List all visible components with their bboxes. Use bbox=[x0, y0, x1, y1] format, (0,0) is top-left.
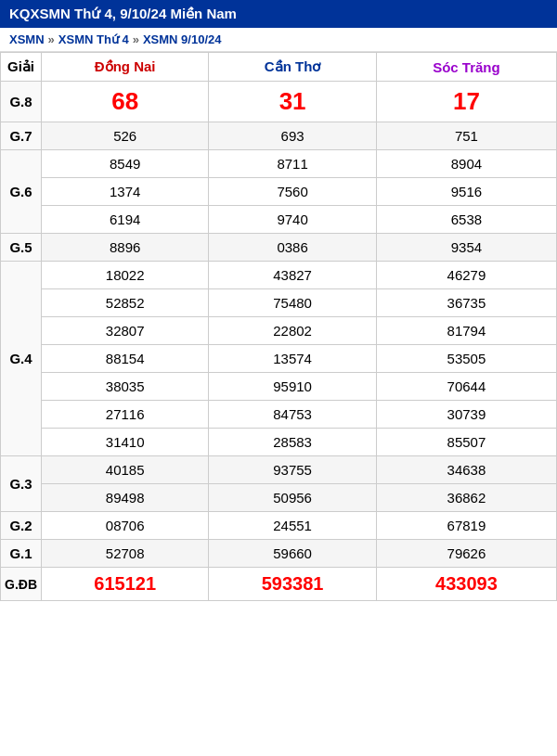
value-soc-trang: 30739 bbox=[376, 401, 556, 429]
table-row: G.8 68 31 17 bbox=[1, 82, 557, 122]
header-title: KQXSMN Thứ 4, 9/10/24 Miền Nam bbox=[9, 6, 237, 21]
value-can-tho: 7560 bbox=[209, 178, 376, 206]
value-soc-trang: 17 bbox=[376, 82, 556, 122]
breadcrumb-xsmn[interactable]: XSMN bbox=[9, 32, 45, 46]
value-can-tho: 13574 bbox=[209, 345, 376, 373]
table-row: G.6 8549 8711 8904 bbox=[1, 150, 557, 178]
value-can-tho: 8711 bbox=[209, 150, 376, 178]
table-row: G.2 08706 24551 67819 bbox=[1, 512, 557, 540]
value-can-tho: 593381 bbox=[209, 568, 376, 601]
col-dong-nai: Đồng Nai bbox=[42, 53, 209, 82]
table-row: G.5 8896 0386 9354 bbox=[1, 234, 557, 262]
giai-label: G.ĐB bbox=[1, 568, 42, 601]
value-soc-trang: 70644 bbox=[376, 373, 556, 401]
value-dong-nai: 32807 bbox=[42, 317, 209, 345]
value-can-tho: 693 bbox=[209, 122, 376, 150]
value-dong-nai: 6194 bbox=[42, 206, 209, 234]
table-row-gdb: G.ĐB 615121 593381 433093 bbox=[1, 568, 557, 601]
table-row: 31410 28583 85507 bbox=[1, 429, 557, 456]
breadcrumb: XSMN » XSMN Thứ 4 » XSMN 9/10/24 bbox=[0, 28, 557, 52]
table-row: 27116 84753 30739 bbox=[1, 401, 557, 429]
value-can-tho: 31 bbox=[209, 82, 376, 122]
value-soc-trang: 67819 bbox=[376, 512, 556, 540]
table-row: G.3 40185 93755 34638 bbox=[1, 456, 557, 484]
header-top: KQXSMN Thứ 4, 9/10/24 Miền Nam bbox=[0, 0, 557, 28]
value-soc-trang: 81794 bbox=[376, 317, 556, 345]
value-dong-nai: 27116 bbox=[42, 401, 209, 429]
value-can-tho: 0386 bbox=[209, 234, 376, 262]
value-dong-nai: 40185 bbox=[42, 456, 209, 484]
value-can-tho: 93755 bbox=[209, 456, 376, 484]
value-dong-nai: 615121 bbox=[42, 568, 209, 601]
value-soc-trang: 9354 bbox=[376, 234, 556, 262]
value-can-tho: 28583 bbox=[209, 429, 376, 456]
value-can-tho: 22802 bbox=[209, 317, 376, 345]
value-dong-nai: 38035 bbox=[42, 373, 209, 401]
value-soc-trang: 9516 bbox=[376, 178, 556, 206]
value-can-tho: 75480 bbox=[209, 289, 376, 317]
breadcrumb-xsmn-thu4[interactable]: XSMN Thứ 4 bbox=[58, 32, 129, 46]
value-dong-nai: 52708 bbox=[42, 540, 209, 568]
value-soc-trang: 34638 bbox=[376, 456, 556, 484]
giai-label: G.1 bbox=[1, 540, 42, 568]
value-soc-trang: 433093 bbox=[376, 568, 556, 601]
value-can-tho: 84753 bbox=[209, 401, 376, 429]
table-row: 1374 7560 9516 bbox=[1, 178, 557, 206]
value-can-tho: 9740 bbox=[209, 206, 376, 234]
table-header: Giải Đồng Nai Cần Thơ Sóc Trăng bbox=[1, 53, 557, 82]
breadcrumb-xsmn-date[interactable]: XSMN 9/10/24 bbox=[143, 32, 222, 46]
value-dong-nai: 68 bbox=[42, 82, 209, 122]
table-row: 6194 9740 6538 bbox=[1, 206, 557, 234]
value-can-tho: 43827 bbox=[209, 262, 376, 289]
value-soc-trang: 751 bbox=[376, 122, 556, 150]
table-row: 89498 50956 36862 bbox=[1, 484, 557, 512]
giai-label: G.8 bbox=[1, 82, 42, 122]
value-soc-trang: 36735 bbox=[376, 289, 556, 317]
value-dong-nai: 8549 bbox=[42, 150, 209, 178]
value-dong-nai: 88154 bbox=[42, 345, 209, 373]
value-dong-nai: 08706 bbox=[42, 512, 209, 540]
giai-label: G.6 bbox=[1, 150, 42, 234]
value-soc-trang: 6538 bbox=[376, 206, 556, 234]
table-row: 32807 22802 81794 bbox=[1, 317, 557, 345]
value-soc-trang: 79626 bbox=[376, 540, 556, 568]
table-row: G.4 18022 43827 46279 bbox=[1, 262, 557, 289]
col-can-tho: Cần Thơ bbox=[209, 53, 376, 82]
giai-label: G.5 bbox=[1, 234, 42, 262]
value-soc-trang: 85507 bbox=[376, 429, 556, 456]
value-soc-trang: 8904 bbox=[376, 150, 556, 178]
giai-label: G.2 bbox=[1, 512, 42, 540]
value-dong-nai: 1374 bbox=[42, 178, 209, 206]
giai-label: G.7 bbox=[1, 122, 42, 150]
value-soc-trang: 53505 bbox=[376, 345, 556, 373]
table-row: G.1 52708 59660 79626 bbox=[1, 540, 557, 568]
value-soc-trang: 36862 bbox=[376, 484, 556, 512]
col-soc-trang: Sóc Trăng bbox=[376, 53, 556, 82]
value-dong-nai: 526 bbox=[42, 122, 209, 150]
value-dong-nai: 31410 bbox=[42, 429, 209, 456]
table-row: 88154 13574 53505 bbox=[1, 345, 557, 373]
value-can-tho: 24551 bbox=[209, 512, 376, 540]
value-can-tho: 59660 bbox=[209, 540, 376, 568]
value-dong-nai: 89498 bbox=[42, 484, 209, 512]
value-can-tho: 95910 bbox=[209, 373, 376, 401]
table-row: 52852 75480 36735 bbox=[1, 289, 557, 317]
giai-label: G.3 bbox=[1, 456, 42, 512]
table-row: G.7 526 693 751 bbox=[1, 122, 557, 150]
table-row: 38035 95910 70644 bbox=[1, 373, 557, 401]
giai-label: G.4 bbox=[1, 262, 42, 456]
value-can-tho: 50956 bbox=[209, 484, 376, 512]
col-giai: Giải bbox=[1, 53, 42, 82]
value-dong-nai: 52852 bbox=[42, 289, 209, 317]
value-dong-nai: 18022 bbox=[42, 262, 209, 289]
value-soc-trang: 46279 bbox=[376, 262, 556, 289]
value-dong-nai: 8896 bbox=[42, 234, 209, 262]
